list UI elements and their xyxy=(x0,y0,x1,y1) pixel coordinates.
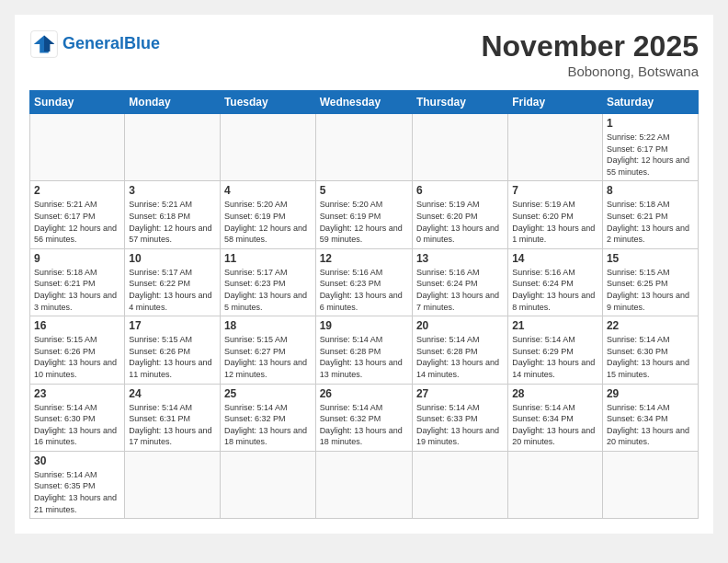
calendar-cell xyxy=(125,114,221,181)
day-info: Sunrise: 5:14 AM Sunset: 6:32 PM Dayligh… xyxy=(320,402,408,448)
calendar-cell: 14Sunrise: 5:16 AM Sunset: 6:24 PM Dayli… xyxy=(508,248,603,316)
calendar-cell xyxy=(602,451,698,518)
day-number: 8 xyxy=(607,184,694,197)
day-number: 21 xyxy=(512,319,598,332)
day-number: 22 xyxy=(607,319,694,332)
day-info: Sunrise: 5:14 AM Sunset: 6:33 PM Dayligh… xyxy=(416,402,504,448)
calendar-cell: 23Sunrise: 5:14 AM Sunset: 6:30 PM Dayli… xyxy=(30,384,125,451)
calendar-cell: 6Sunrise: 5:19 AM Sunset: 6:20 PM Daylig… xyxy=(412,181,507,248)
logo-text: GeneralBlue xyxy=(63,35,160,53)
day-number: 25 xyxy=(224,387,312,400)
day-number: 28 xyxy=(512,387,598,400)
calendar-cell: 8Sunrise: 5:18 AM Sunset: 6:21 PM Daylig… xyxy=(602,181,698,248)
calendar-cell xyxy=(315,451,412,518)
calendar-cell xyxy=(508,114,603,181)
day-info: Sunrise: 5:17 AM Sunset: 6:23 PM Dayligh… xyxy=(224,267,312,313)
day-info: Sunrise: 5:14 AM Sunset: 6:30 PM Dayligh… xyxy=(607,334,694,380)
logo-icon xyxy=(29,29,59,59)
calendar-cell: 3Sunrise: 5:21 AM Sunset: 6:18 PM Daylig… xyxy=(125,181,221,248)
day-number: 4 xyxy=(224,184,312,197)
day-info: Sunrise: 5:15 AM Sunset: 6:26 PM Dayligh… xyxy=(129,334,216,380)
day-info: Sunrise: 5:19 AM Sunset: 6:20 PM Dayligh… xyxy=(512,199,598,245)
day-number: 26 xyxy=(320,387,408,400)
calendar-cell: 30Sunrise: 5:14 AM Sunset: 6:35 PM Dayli… xyxy=(30,451,125,518)
calendar-cell xyxy=(125,451,221,518)
day-number: 5 xyxy=(320,184,408,197)
calendar-header-tuesday: Tuesday xyxy=(220,91,315,114)
calendar-cell xyxy=(220,451,315,518)
calendar-header-row: SundayMondayTuesdayWednesdayThursdayFrid… xyxy=(30,91,699,114)
day-info: Sunrise: 5:16 AM Sunset: 6:24 PM Dayligh… xyxy=(416,267,504,313)
calendar-header-thursday: Thursday xyxy=(412,91,507,114)
calendar-week-row: 30Sunrise: 5:14 AM Sunset: 6:35 PM Dayli… xyxy=(30,451,699,518)
calendar-cell xyxy=(412,114,507,181)
day-info: Sunrise: 5:14 AM Sunset: 6:30 PM Dayligh… xyxy=(34,402,120,448)
day-info: Sunrise: 5:14 AM Sunset: 6:34 PM Dayligh… xyxy=(607,402,694,448)
day-info: Sunrise: 5:18 AM Sunset: 6:21 PM Dayligh… xyxy=(34,267,120,313)
page-header: GeneralBlue November 2025 Bobonong, Bots… xyxy=(29,29,699,79)
calendar-header-sunday: Sunday xyxy=(30,91,125,114)
title-block: November 2025 Bobonong, Botswana xyxy=(481,29,699,79)
day-number: 6 xyxy=(416,184,504,197)
day-info: Sunrise: 5:16 AM Sunset: 6:23 PM Dayligh… xyxy=(320,267,408,313)
day-info: Sunrise: 5:14 AM Sunset: 6:28 PM Dayligh… xyxy=(416,334,504,380)
day-number: 3 xyxy=(129,184,216,197)
day-info: Sunrise: 5:15 AM Sunset: 6:25 PM Dayligh… xyxy=(607,267,694,313)
calendar-cell xyxy=(508,451,603,518)
day-info: Sunrise: 5:22 AM Sunset: 6:17 PM Dayligh… xyxy=(607,132,694,178)
day-number: 15 xyxy=(607,252,694,265)
day-number: 29 xyxy=(607,387,694,400)
location: Bobonong, Botswana xyxy=(481,63,699,79)
calendar-cell xyxy=(220,114,315,181)
day-number: 16 xyxy=(34,319,120,332)
day-number: 9 xyxy=(34,252,120,265)
calendar-cell: 12Sunrise: 5:16 AM Sunset: 6:23 PM Dayli… xyxy=(315,248,412,316)
day-info: Sunrise: 5:21 AM Sunset: 6:18 PM Dayligh… xyxy=(129,199,216,245)
calendar-week-row: 1Sunrise: 5:22 AM Sunset: 6:17 PM Daylig… xyxy=(30,114,699,181)
day-info: Sunrise: 5:14 AM Sunset: 6:35 PM Dayligh… xyxy=(34,469,120,515)
day-info: Sunrise: 5:14 AM Sunset: 6:32 PM Dayligh… xyxy=(224,402,312,448)
calendar: SundayMondayTuesdayWednesdayThursdayFrid… xyxy=(29,90,699,519)
calendar-cell: 10Sunrise: 5:17 AM Sunset: 6:22 PM Dayli… xyxy=(125,248,221,316)
calendar-cell: 19Sunrise: 5:14 AM Sunset: 6:28 PM Dayli… xyxy=(315,316,412,384)
calendar-cell xyxy=(30,114,125,181)
calendar-cell: 18Sunrise: 5:15 AM Sunset: 6:27 PM Dayli… xyxy=(220,316,315,384)
calendar-cell: 5Sunrise: 5:20 AM Sunset: 6:19 PM Daylig… xyxy=(315,181,412,248)
calendar-cell: 1Sunrise: 5:22 AM Sunset: 6:17 PM Daylig… xyxy=(602,114,698,181)
calendar-cell: 26Sunrise: 5:14 AM Sunset: 6:32 PM Dayli… xyxy=(315,384,412,451)
day-number: 20 xyxy=(416,319,504,332)
day-info: Sunrise: 5:15 AM Sunset: 6:26 PM Dayligh… xyxy=(34,334,120,380)
calendar-cell: 4Sunrise: 5:20 AM Sunset: 6:19 PM Daylig… xyxy=(220,181,315,248)
day-info: Sunrise: 5:21 AM Sunset: 6:17 PM Dayligh… xyxy=(34,199,120,245)
day-info: Sunrise: 5:20 AM Sunset: 6:19 PM Dayligh… xyxy=(320,199,408,245)
day-info: Sunrise: 5:20 AM Sunset: 6:19 PM Dayligh… xyxy=(224,199,312,245)
calendar-cell: 17Sunrise: 5:15 AM Sunset: 6:26 PM Dayli… xyxy=(125,316,221,384)
day-info: Sunrise: 5:17 AM Sunset: 6:22 PM Dayligh… xyxy=(129,267,216,313)
calendar-cell xyxy=(412,451,507,518)
day-number: 23 xyxy=(34,387,120,400)
calendar-week-row: 16Sunrise: 5:15 AM Sunset: 6:26 PM Dayli… xyxy=(30,316,699,384)
logo-blue: Blue xyxy=(124,34,160,52)
day-number: 27 xyxy=(416,387,504,400)
day-info: Sunrise: 5:14 AM Sunset: 6:34 PM Dayligh… xyxy=(512,402,598,448)
calendar-week-row: 2Sunrise: 5:21 AM Sunset: 6:17 PM Daylig… xyxy=(30,181,699,248)
day-number: 1 xyxy=(607,117,694,130)
calendar-cell: 11Sunrise: 5:17 AM Sunset: 6:23 PM Dayli… xyxy=(220,248,315,316)
logo: GeneralBlue xyxy=(29,29,160,59)
day-info: Sunrise: 5:14 AM Sunset: 6:29 PM Dayligh… xyxy=(512,334,598,380)
calendar-cell: 25Sunrise: 5:14 AM Sunset: 6:32 PM Dayli… xyxy=(220,384,315,451)
logo-general: General xyxy=(63,34,124,52)
calendar-cell: 13Sunrise: 5:16 AM Sunset: 6:24 PM Dayli… xyxy=(412,248,507,316)
calendar-cell: 20Sunrise: 5:14 AM Sunset: 6:28 PM Dayli… xyxy=(412,316,507,384)
calendar-cell: 27Sunrise: 5:14 AM Sunset: 6:33 PM Dayli… xyxy=(412,384,507,451)
calendar-cell: 7Sunrise: 5:19 AM Sunset: 6:20 PM Daylig… xyxy=(508,181,603,248)
day-number: 10 xyxy=(129,252,216,265)
calendar-cell: 24Sunrise: 5:14 AM Sunset: 6:31 PM Dayli… xyxy=(125,384,221,451)
calendar-cell: 22Sunrise: 5:14 AM Sunset: 6:30 PM Dayli… xyxy=(602,316,698,384)
calendar-header-friday: Friday xyxy=(508,91,603,114)
calendar-cell: 21Sunrise: 5:14 AM Sunset: 6:29 PM Dayli… xyxy=(508,316,603,384)
calendar-cell: 29Sunrise: 5:14 AM Sunset: 6:34 PM Dayli… xyxy=(602,384,698,451)
calendar-cell: 15Sunrise: 5:15 AM Sunset: 6:25 PM Dayli… xyxy=(602,248,698,316)
day-number: 30 xyxy=(34,454,120,467)
day-number: 13 xyxy=(416,252,504,265)
